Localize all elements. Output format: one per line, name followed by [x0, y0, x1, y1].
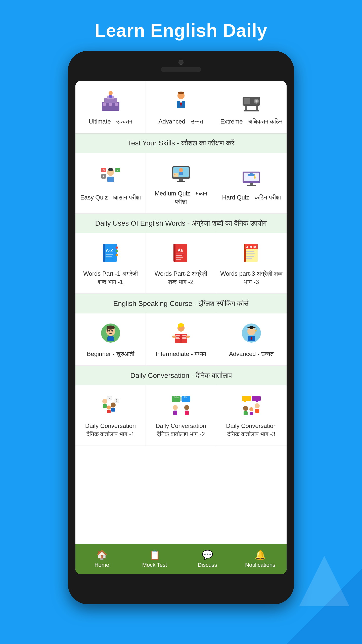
beginner-label: Beginner - शुरुआती: [87, 350, 134, 358]
nav-mock-test-label: Mock Test: [142, 562, 167, 568]
nav-notifications-label: Notifications: [245, 562, 275, 568]
svg-rect-52: [116, 247, 118, 249]
conversation-2-item[interactable]: Hello! Hi! Daily: [146, 385, 216, 446]
svg-rect-40: [176, 175, 177, 175]
ultimate-item[interactable]: Ultimate - उच्चतम: [75, 81, 146, 133]
svg-text:?: ?: [115, 399, 117, 403]
svg-point-121: [173, 405, 178, 410]
conversation-1-icon: ? ?: [98, 392, 123, 418]
quiz-section-header: Test Your Skills - कौशल का परीक्षण करें: [75, 133, 287, 153]
intermediate-item[interactable]: Intermediate - मध्यम: [146, 313, 216, 366]
medium-quiz-icon: [168, 160, 194, 185]
svg-rect-130: [255, 409, 259, 413]
svg-rect-110: [107, 410, 111, 413]
svg-rect-88: [180, 334, 182, 343]
svg-rect-86: [178, 325, 179, 328]
svg-rect-58: [106, 258, 113, 258]
svg-point-23: [108, 168, 113, 171]
svg-point-131: [243, 406, 248, 411]
svg-point-123: [184, 405, 189, 410]
svg-rect-96: [186, 336, 190, 338]
svg-rect-15: [244, 98, 250, 104]
svg-text:✓: ✓: [116, 168, 119, 172]
levels-grid: Ultimate - उच्चतम: [75, 81, 287, 133]
bottom-navigation: 🏠 Home 📋 Mock Test 💬 Discuss 🔔 Notificat…: [75, 544, 287, 574]
words-2-label: Words Part-2 अंग्रेज़ी शब्द भाग -2: [150, 269, 212, 286]
hard-quiz-label: Hard Quiz - कठिन परीक्षा: [222, 193, 281, 202]
svg-rect-73: [246, 253, 255, 254]
conversation-3-item[interactable]: Daily Conversation दैनिक वार्तालाप भाग -…: [216, 385, 287, 446]
phone-speaker: [161, 67, 201, 72]
advanced-speaking-item[interactable]: Advanced - उन्नत: [216, 313, 287, 366]
svg-rect-24: [107, 177, 114, 182]
svg-rect-120: [185, 401, 188, 402]
phone-camera: [178, 60, 184, 65]
svg-rect-83: [107, 336, 114, 341]
words-2-item[interactable]: Aa Words Part-2 अंग्रेज़ी शब्द भाग -2: [146, 233, 216, 294]
svg-rect-93: [182, 337, 186, 338]
svg-text:✕: ✕: [102, 168, 105, 172]
conversation-1-label: Daily Conversation दैनिक वार्तालाप भाग -…: [79, 422, 142, 438]
words-1-item[interactable]: A-Z Words Part -1 अंग्रेज़ी शब्द भाग -1: [75, 233, 146, 294]
advanced-level-icon: [168, 88, 194, 113]
svg-rect-63: [176, 254, 184, 254]
conversation-1-item[interactable]: ? ? Daily Conversation दैनिक वार्तालाप भ…: [75, 385, 146, 446]
advanced-speaking-label: Advanced - उन्नत: [229, 350, 274, 358]
svg-rect-91: [175, 338, 180, 339]
beginner-icon: [98, 320, 123, 346]
svg-point-18: [256, 100, 257, 102]
svg-rect-20: [256, 106, 258, 111]
hard-quiz-item[interactable]: Hard Quiz - कठिन परीक्षा: [216, 153, 287, 213]
svg-text:Aa: Aa: [177, 248, 183, 252]
conversation-3-icon: [239, 392, 264, 418]
svg-rect-75: [246, 256, 254, 257]
nav-home[interactable]: 🏠 Home: [75, 544, 128, 574]
svg-point-102: [255, 330, 257, 332]
svg-rect-117: [173, 401, 176, 402]
words-1-icon: A-Z: [98, 240, 123, 265]
medium-quiz-label: Medium Quiz - मध्यम परीक्षा: [150, 189, 212, 206]
advanced-level-label: Advanced - उन्नत: [158, 117, 203, 126]
svg-rect-36: [177, 181, 185, 182]
words-2-icon: Aa: [168, 240, 194, 265]
svg-text:?: ?: [108, 396, 110, 400]
svg-rect-5: [115, 103, 118, 106]
svg-rect-57: [106, 256, 112, 257]
screen-content[interactable]: Ultimate - उच्चतम: [75, 81, 287, 544]
svg-rect-45: [254, 175, 255, 177]
svg-rect-101: [256, 328, 256, 330]
intermediate-label: Intermediate - मध्यम: [156, 350, 206, 358]
svg-point-6: [109, 91, 113, 95]
nav-discuss[interactable]: 💬 Discuss: [181, 544, 234, 574]
svg-text:Hello!: Hello!: [173, 396, 179, 399]
discuss-icon: 💬: [202, 550, 213, 560]
svg-rect-65: [176, 257, 183, 258]
nav-notifications[interactable]: 🔔 Notifications: [234, 544, 287, 574]
svg-rect-34: [179, 172, 183, 175]
advanced-level-item[interactable]: Advanced - उन्नत: [146, 81, 216, 133]
quiz-grid: ✕ ? ✓ Easy Quiz - आसान परीक्षा: [75, 153, 287, 214]
svg-rect-126: [244, 400, 246, 402]
extreme-item[interactable]: Extreme - अधिकतम कठिन: [216, 81, 287, 133]
svg-point-129: [255, 403, 260, 408]
svg-rect-76: [246, 258, 252, 259]
phone-screen: Ultimate - उच्चतम: [75, 81, 287, 574]
words-grid: A-Z Words Part -1 अंग्रेज़ी शब्द भाग -1: [75, 233, 287, 294]
svg-point-81: [108, 330, 110, 332]
words-3-label: Words part-3 अंग्रेज़ी शब्द भाग -3: [220, 269, 283, 286]
medium-quiz-item[interactable]: Medium Quiz - मध्यम परीक्षा: [146, 153, 216, 213]
svg-rect-56: [106, 254, 113, 255]
svg-rect-100: [250, 328, 253, 329]
words-1-label: Words Part -1 अंग्रेज़ी शब्द भाग -1: [79, 269, 142, 286]
beginner-item[interactable]: Beginner - शुरुआती: [75, 313, 146, 366]
svg-point-38: [174, 174, 175, 175]
svg-point-109: [107, 406, 111, 410]
easy-quiz-item[interactable]: ✕ ? ✓ Easy Quiz - आसान परीक्षा: [75, 153, 146, 213]
nav-mock-test[interactable]: 📋 Mock Test: [128, 544, 181, 574]
svg-text:Hi!: Hi!: [184, 396, 187, 399]
notifications-icon: 🔔: [255, 550, 266, 560]
svg-point-133: [249, 407, 253, 411]
nav-home-label: Home: [95, 562, 109, 568]
words-3-item[interactable]: ABC✕ Words part-3 अंग्रेज़ी शब्द भाग -3: [216, 233, 287, 294]
svg-point-33: [179, 168, 183, 172]
